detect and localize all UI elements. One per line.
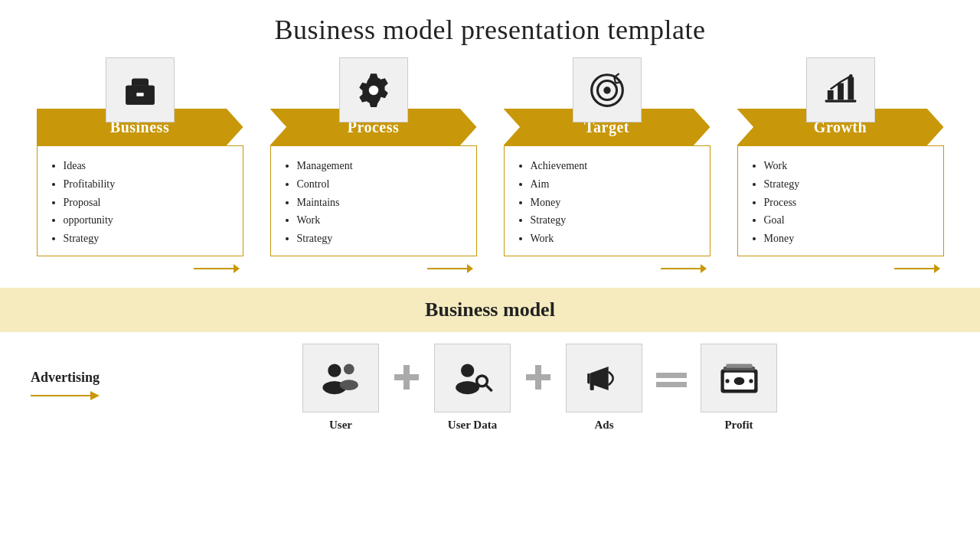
process-content: Management Control Maintains Work Strate… <box>270 145 477 256</box>
business-model-banner: Business model <box>0 288 980 332</box>
list-item: Money <box>531 194 696 212</box>
svg-rect-21 <box>838 83 844 99</box>
svg-point-28 <box>328 364 341 377</box>
column-target: Target Achievement Aim Money Strategy Wo… <box>504 57 710 276</box>
list-item: Achievement <box>531 157 696 175</box>
svg-point-47 <box>733 377 744 384</box>
business-icon-box <box>106 57 175 122</box>
list-item: Money <box>764 230 929 248</box>
list-item: Work <box>297 211 462 230</box>
list-item: Ideas <box>64 157 229 175</box>
growth-content: Work Strategy Process Goal Money <box>737 145 944 256</box>
growth-arrow <box>737 261 944 276</box>
process-icon-box <box>339 57 408 122</box>
money-icon <box>718 357 760 399</box>
business-content: Ideas Profitability Proposal opportunity… <box>37 145 243 256</box>
svg-marker-27 <box>90 391 100 400</box>
list-item: Strategy <box>531 211 696 230</box>
equals-operator <box>656 362 687 399</box>
svg-rect-19 <box>825 99 856 102</box>
svg-marker-18 <box>701 264 707 273</box>
svg-rect-4 <box>136 93 143 96</box>
svg-rect-49 <box>726 364 752 367</box>
gear-icon <box>354 71 393 109</box>
plus-operator-1 <box>393 362 420 399</box>
svg-point-30 <box>343 364 354 374</box>
list-item: Process <box>764 194 929 212</box>
svg-point-34 <box>461 364 474 377</box>
list-item: Strategy <box>764 175 929 194</box>
formula-user: User <box>302 344 379 432</box>
list-item: Control <box>297 175 462 194</box>
list-item: Work <box>531 230 696 248</box>
profit-icon-box <box>701 344 777 412</box>
megaphone-icon <box>583 357 626 399</box>
user-label: User <box>329 419 352 432</box>
profit-label: Profit <box>724 419 753 432</box>
svg-rect-39 <box>526 374 550 380</box>
target-arrow <box>504 261 710 276</box>
svg-marker-6 <box>234 264 240 273</box>
top-section: Business Ideas Profitability Proposal op… <box>0 57 980 276</box>
svg-point-23 <box>848 73 852 77</box>
svg-rect-41 <box>590 382 593 390</box>
svg-rect-22 <box>848 77 854 99</box>
target-icon <box>588 71 626 109</box>
list-item: Goal <box>764 211 929 230</box>
plus-operator-2 <box>524 362 552 399</box>
svg-marker-9 <box>467 264 473 273</box>
user-data-label: User Data <box>448 419 497 432</box>
svg-rect-20 <box>827 90 833 100</box>
bottom-section: Advertising User <box>0 332 980 432</box>
user-icon-box <box>302 344 379 412</box>
svg-rect-40 <box>587 373 590 383</box>
user-data-icon-box <box>434 344 511 412</box>
svg-line-37 <box>485 385 491 390</box>
svg-rect-42 <box>656 373 687 378</box>
growth-icon-box <box>806 57 875 122</box>
svg-point-50 <box>725 379 729 383</box>
ads-icon-box <box>566 344 642 412</box>
business-model-label: Business model <box>425 298 555 321</box>
chart-icon <box>822 71 860 109</box>
business-arrow <box>37 261 243 276</box>
list-item: Profitability <box>64 175 229 194</box>
list-item: Work <box>764 157 929 175</box>
list-item: Proposal <box>64 194 229 212</box>
business-list: Ideas Profitability Proposal opportunity… <box>51 157 229 248</box>
advertising-arrow <box>31 389 100 406</box>
svg-marker-25 <box>934 264 940 273</box>
svg-rect-43 <box>656 382 687 387</box>
svg-point-31 <box>339 380 358 390</box>
svg-rect-33 <box>394 374 419 380</box>
list-item: Maintains <box>297 194 462 212</box>
formula-user-data: User Data <box>434 344 511 432</box>
list-item: opportunity <box>64 211 229 230</box>
target-content: Achievement Aim Money Strategy Work <box>504 145 710 256</box>
page-title: Business model presentation template <box>0 0 980 54</box>
target-icon-box <box>573 57 642 122</box>
column-process: Process Management Control Maintains Wor… <box>270 57 477 276</box>
briefcase-icon <box>121 71 159 109</box>
column-business: Business Ideas Profitability Proposal op… <box>37 57 243 276</box>
advertising-text: Advertising <box>31 370 100 386</box>
process-list: Management Control Maintains Work Strate… <box>285 157 462 248</box>
svg-point-12 <box>603 86 610 93</box>
advertising-section: Advertising <box>31 370 115 406</box>
user-search-icon <box>452 357 494 399</box>
svg-point-51 <box>749 379 753 383</box>
growth-list: Work Strategy Process Goal Money <box>752 157 929 248</box>
svg-line-14 <box>615 82 621 83</box>
ads-label: Ads <box>594 419 613 432</box>
formula-ads: Ads <box>566 344 642 432</box>
list-item: Strategy <box>297 230 462 248</box>
formula-section: User User Data <box>130 344 949 432</box>
column-growth: Growth Work Strategy Process Goal Money <box>737 57 944 276</box>
formula-profit: Profit <box>701 344 777 432</box>
list-item: Management <box>297 157 462 175</box>
list-item: Strategy <box>64 230 229 248</box>
target-list: Achievement Aim Money Strategy Work <box>518 157 696 248</box>
svg-point-7 <box>368 85 378 95</box>
users-icon <box>320 357 362 399</box>
process-arrow <box>270 261 477 276</box>
